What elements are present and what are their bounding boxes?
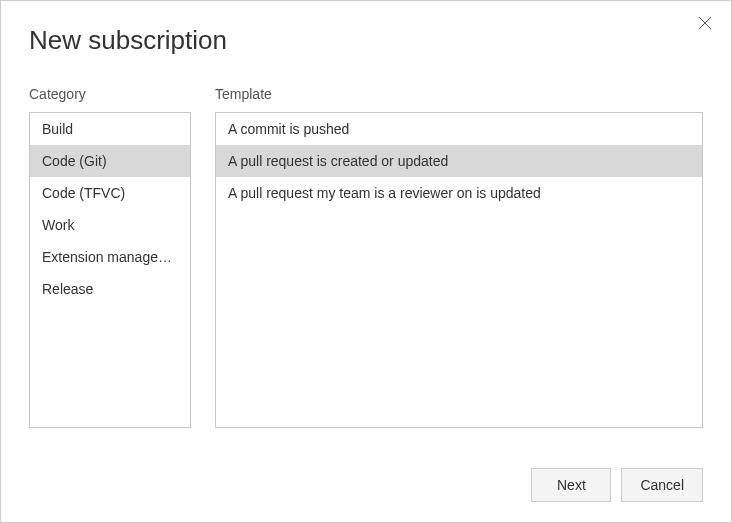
- category-item[interactable]: Build: [30, 113, 190, 145]
- template-item-label: A commit is pushed: [228, 121, 349, 137]
- template-item-label: A pull request my team is a reviewer on …: [228, 185, 541, 201]
- category-item[interactable]: Extension management: [30, 241, 190, 273]
- template-column: Template A commit is pushedA pull reques…: [215, 86, 703, 428]
- template-label: Template: [215, 86, 703, 102]
- category-item-label: Code (Git): [42, 153, 107, 169]
- template-listbox[interactable]: A commit is pushedA pull request is crea…: [215, 112, 703, 428]
- category-item-label: Build: [42, 121, 73, 137]
- columns-container: Category BuildCode (Git)Code (TFVC)WorkE…: [29, 86, 703, 428]
- close-button[interactable]: [697, 15, 713, 31]
- category-item-label: Release: [42, 281, 93, 297]
- new-subscription-dialog: New subscription Category BuildCode (Git…: [1, 1, 731, 522]
- template-item[interactable]: A pull request is created or updated: [216, 145, 702, 177]
- category-listbox[interactable]: BuildCode (Git)Code (TFVC)WorkExtension …: [29, 112, 191, 428]
- category-item[interactable]: Work: [30, 209, 190, 241]
- category-item-label: Extension management: [42, 249, 189, 265]
- close-icon: [699, 17, 711, 29]
- template-item[interactable]: A commit is pushed: [216, 113, 702, 145]
- category-item-label: Work: [42, 217, 74, 233]
- cancel-button[interactable]: Cancel: [621, 468, 703, 502]
- category-item[interactable]: Code (Git): [30, 145, 190, 177]
- category-item-label: Code (TFVC): [42, 185, 125, 201]
- template-item-label: A pull request is created or updated: [228, 153, 448, 169]
- category-column: Category BuildCode (Git)Code (TFVC)WorkE…: [29, 86, 191, 428]
- dialog-footer: Next Cancel: [531, 468, 703, 502]
- category-item[interactable]: Release: [30, 273, 190, 305]
- category-item[interactable]: Code (TFVC): [30, 177, 190, 209]
- template-item[interactable]: A pull request my team is a reviewer on …: [216, 177, 702, 209]
- category-label: Category: [29, 86, 191, 102]
- next-button[interactable]: Next: [531, 468, 611, 502]
- dialog-title: New subscription: [29, 25, 703, 56]
